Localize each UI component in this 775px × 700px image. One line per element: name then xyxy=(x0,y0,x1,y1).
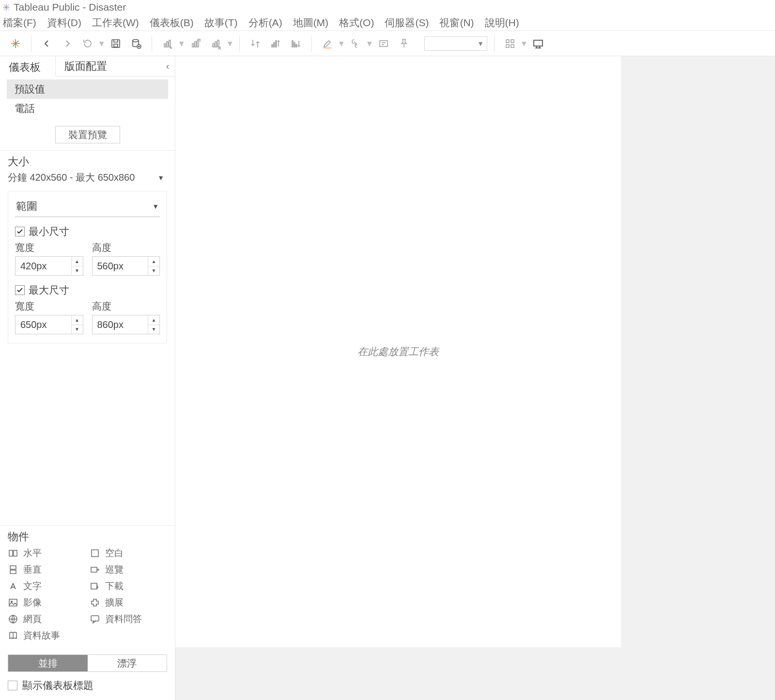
max-width-input[interactable]: ▲▼ xyxy=(15,315,83,334)
spinner[interactable]: ▲▼ xyxy=(148,315,159,334)
menu-format[interactable]: 格式(O) xyxy=(339,16,374,30)
group-button[interactable] xyxy=(347,35,364,52)
left-panel-tabs: 儀表板 版面配置 ‹ xyxy=(0,56,175,77)
max-width-field[interactable] xyxy=(16,315,71,334)
spin-down-icon[interactable]: ▼ xyxy=(148,325,159,334)
object-blank[interactable]: 空白 xyxy=(90,547,168,560)
menu-window[interactable]: 視窗(N) xyxy=(439,16,474,30)
svg-rect-20 xyxy=(195,42,196,47)
svg-rect-42 xyxy=(511,45,514,47)
object-download[interactable]: 下載 xyxy=(90,580,168,592)
tab-layout[interactable]: 版面配置 xyxy=(56,56,160,77)
search-field-box[interactable]: ▼ xyxy=(424,36,487,51)
revert-button[interactable] xyxy=(79,35,96,52)
checkbox-checked-icon xyxy=(15,227,25,236)
min-height-field[interactable] xyxy=(93,257,148,275)
swap-button[interactable] xyxy=(247,35,264,52)
size-mode-select[interactable]: 範圍 ▼ xyxy=(15,198,160,217)
size-summary-dropdown[interactable]: 分鐘 420x560 - 最大 650x860 ▼ xyxy=(8,171,167,187)
menu-map[interactable]: 地圖(M) xyxy=(293,16,328,30)
new-worksheet-button[interactable] xyxy=(159,35,176,52)
separator xyxy=(311,35,312,52)
object-image[interactable]: 影像 xyxy=(8,596,86,609)
show-labels-button[interactable] xyxy=(375,35,392,52)
spinner[interactable]: ▲▼ xyxy=(148,257,159,275)
menu-dashboard[interactable]: 儀表板(B) xyxy=(150,16,194,30)
device-preview-button[interactable]: 裝置預覽 xyxy=(55,126,120,143)
min-width-field[interactable] xyxy=(16,257,71,275)
spinner[interactable]: ▲▼ xyxy=(71,257,83,275)
collapse-panel-button[interactable]: ‹ xyxy=(160,56,175,77)
min-height-input[interactable]: ▲▼ xyxy=(92,256,160,276)
svg-rect-41 xyxy=(506,45,509,47)
text-icon xyxy=(8,581,18,591)
object-vertical[interactable]: 垂直 xyxy=(8,563,86,576)
presentation-button[interactable] xyxy=(529,35,547,52)
separator xyxy=(239,35,240,52)
menu-help[interactable]: 說明(H) xyxy=(485,16,519,30)
object-web[interactable]: 網頁 xyxy=(8,613,86,625)
menu-analysis[interactable]: 分析(A) xyxy=(248,16,282,30)
menu-server[interactable]: 伺服器(S) xyxy=(385,16,429,30)
tableau-icon[interactable] xyxy=(7,35,24,52)
spin-up-icon[interactable]: ▲ xyxy=(148,257,159,266)
show-dashboard-title-checkbox[interactable]: 顯示儀表板標題 xyxy=(0,677,175,700)
max-height-input[interactable]: ▲▼ xyxy=(92,315,160,334)
tab-dashboard[interactable]: 儀表板 xyxy=(0,56,56,77)
save-button[interactable] xyxy=(107,35,124,52)
spin-up-icon[interactable]: ▲ xyxy=(72,315,83,325)
tile-button[interactable]: 並排 xyxy=(8,655,88,671)
objects-section: 物件 水平 空白 垂直 巡覽 文字 下載 影像 擴展 網頁 資料問答 資料故事 xyxy=(0,525,175,648)
separator xyxy=(494,35,495,52)
device-default[interactable]: 預設值 xyxy=(7,79,168,99)
dashboard-canvas[interactable]: 在此處放置工作表 xyxy=(175,56,621,647)
undo-button[interactable] xyxy=(38,35,56,52)
menu-story[interactable]: 故事(T) xyxy=(204,16,238,30)
clear-dropdown[interactable]: ▾ xyxy=(228,38,232,49)
spin-down-icon[interactable]: ▼ xyxy=(148,266,159,276)
device-phone[interactable]: 電話 xyxy=(7,99,168,118)
object-ask-data[interactable]: 資料問答 xyxy=(90,613,168,625)
object-extension[interactable]: 擴展 xyxy=(90,596,168,609)
menu-file[interactable]: 檔案(F) xyxy=(3,16,36,30)
highlight-dropdown[interactable]: ▾ xyxy=(339,38,344,49)
object-text[interactable]: 文字 xyxy=(8,580,86,592)
revert-dropdown[interactable]: ▾ xyxy=(99,38,104,49)
group-dropdown[interactable]: ▾ xyxy=(367,38,372,49)
clear-button[interactable] xyxy=(207,35,225,52)
max-height-field[interactable] xyxy=(93,315,148,334)
max-width-label: 寬度 xyxy=(15,300,83,313)
new-data-source-button[interactable] xyxy=(127,35,145,52)
menu-data[interactable]: 資料(D) xyxy=(47,16,81,30)
object-horizontal[interactable]: 水平 xyxy=(8,547,86,560)
object-data-story[interactable]: 資料故事 xyxy=(8,629,86,642)
spin-up-icon[interactable]: ▲ xyxy=(148,315,159,325)
caret-down-icon: ▼ xyxy=(152,202,159,210)
spin-down-icon[interactable]: ▼ xyxy=(72,266,83,276)
highlight-button[interactable] xyxy=(319,35,336,52)
caret-down-icon: ▼ xyxy=(157,174,164,182)
data-story-icon xyxy=(8,630,18,641)
min-size-checkbox[interactable]: 最小尺寸 xyxy=(15,225,160,238)
sort-desc-button[interactable] xyxy=(287,35,305,52)
show-me-button[interactable] xyxy=(501,35,519,52)
svg-rect-40 xyxy=(511,40,514,43)
min-width-input[interactable]: ▲▼ xyxy=(15,256,83,276)
new-worksheet-dropdown[interactable]: ▾ xyxy=(179,38,184,49)
float-button[interactable]: 漂浮 xyxy=(88,655,167,671)
spinner[interactable]: ▲▼ xyxy=(71,315,83,334)
menu-worksheet[interactable]: 工作表(W) xyxy=(92,16,139,30)
redo-button[interactable] xyxy=(59,35,76,52)
max-size-checkbox[interactable]: 最大尺寸 xyxy=(15,283,160,297)
svg-rect-51 xyxy=(10,570,16,574)
duplicate-button[interactable] xyxy=(187,35,204,52)
sort-asc-button[interactable] xyxy=(267,35,284,52)
svg-rect-29 xyxy=(276,41,277,47)
vertical-container-icon xyxy=(8,564,18,575)
show-me-dropdown[interactable]: ▾ xyxy=(522,38,527,49)
object-navigate[interactable]: 巡覽 xyxy=(90,563,168,576)
min-width-label: 寬度 xyxy=(15,241,83,254)
spin-down-icon[interactable]: ▼ xyxy=(72,325,83,334)
pin-button[interactable] xyxy=(395,35,413,52)
spin-up-icon[interactable]: ▲ xyxy=(72,257,83,266)
